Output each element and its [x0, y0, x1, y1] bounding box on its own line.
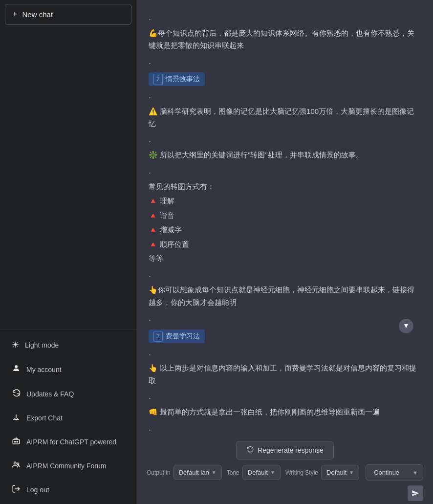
- writing-style-label: Writing Style: [285, 469, 318, 476]
- msg-etc: 等等: [149, 252, 421, 265]
- dot-7: .: [149, 310, 421, 326]
- sidebar-item-label: Log out: [26, 486, 49, 494]
- msg-method-add-words: 🔺 增减字: [149, 223, 421, 236]
- sidebar-item-community[interactable]: AIPRM Community Forum: [4, 454, 132, 477]
- section-3-header: 3 费曼学习法: [149, 329, 421, 343]
- regenerate-label: Regenerate response: [258, 446, 324, 454]
- sidebar-item-label: Light mode: [25, 341, 59, 349]
- new-chat-label: New chat: [22, 10, 53, 19]
- msg-method-order: 🔺 顺序位置: [149, 238, 421, 251]
- msg-brain-science: ⚠️ 脑科学研究表明，图像的记忆是比大脑记忆强100万倍，大脑更擅长的是图像记忆: [149, 105, 421, 130]
- output-label: Output in: [147, 469, 171, 476]
- sidebar-item-label: My account: [26, 366, 62, 373]
- dot-3: .: [149, 88, 421, 103]
- msg-method-phonetic: 🔺 谐音: [149, 209, 421, 222]
- msg-redraw: 👊 最简单的方式就是拿出一张白纸，把你刚刚画的思维导图重新画一遍: [149, 406, 421, 418]
- sidebar-item-label: Updates & FAQ: [26, 390, 74, 398]
- dot-9: .: [149, 389, 421, 404]
- svg-point-0: [15, 365, 18, 368]
- tone-chevron-icon: ▼: [270, 470, 275, 475]
- refresh-icon: [12, 389, 21, 399]
- sidebar-item-updates-faq[interactable]: Updates & FAQ: [4, 382, 132, 405]
- sidebar-item-label: AIPRM for ChatGPT powered: [26, 438, 116, 446]
- tone-select[interactable]: Default ▼: [242, 465, 281, 480]
- svg-point-4: [14, 462, 17, 464]
- regenerate-button[interactable]: Regenerate response: [236, 441, 334, 460]
- community-icon: [12, 460, 21, 471]
- chat-area[interactable]: . 💪每个知识点的背后，都是庞大的知识体系网络。有你熟悉的，也有你不熟悉，关键就…: [137, 0, 433, 436]
- svg-point-3: [17, 441, 18, 442]
- dot-4: .: [149, 132, 421, 147]
- writing-style-select-group: Writing Style Default ▼: [285, 465, 359, 480]
- sidebar: + New chat ☀ Light mode My account Updat…: [0, 0, 137, 504]
- sidebar-item-label: AIPRM Community Forum: [26, 462, 106, 470]
- tone-select-group: Tone Default ▼: [227, 465, 281, 480]
- writing-style-chevron-icon: ▼: [349, 470, 354, 475]
- msg-method-understand: 🔺 理解: [149, 195, 421, 207]
- msg-feynman-input: 👆 以上两步是对信息内容的输入和加工，而费曼学习法就是对信息内容的复习和提取: [149, 362, 421, 387]
- continue-dropdown-button[interactable]: ▼: [408, 466, 423, 480]
- output-chevron-icon: ▼: [212, 470, 216, 475]
- msg-knowledge-network: 💪每个知识点的背后，都是庞大的知识体系网络。有你熟悉的，也有你不熟悉，关键就是把…: [149, 27, 421, 52]
- user-icon: [12, 364, 21, 375]
- regenerate-icon: [246, 446, 254, 455]
- section-2-header: 2 情景故事法: [149, 72, 421, 86]
- chat-message: . 💪每个知识点的背后，都是庞大的知识体系网络。有你熟悉的，也有你不熟悉，关键就…: [149, 10, 421, 436]
- continue-button[interactable]: Continue: [366, 465, 407, 480]
- controls-row: Output in Default lan ▼ Tone Default ▼ W…: [147, 464, 423, 481]
- svg-point-5: [17, 463, 19, 465]
- svg-point-2: [15, 441, 16, 442]
- dot-5: .: [149, 163, 421, 178]
- sidebar-bottom: ☀ Light mode My account Updates & FAQ Ex…: [0, 329, 136, 504]
- robot-icon: [12, 437, 21, 447]
- sidebar-item-logout[interactable]: Log out: [4, 478, 132, 501]
- tone-value: Default: [248, 469, 268, 476]
- dot-10: .: [149, 420, 421, 436]
- sidebar-item-label: Export Chat: [26, 414, 63, 422]
- dot-1: .: [149, 10, 421, 25]
- plus-icon: +: [12, 9, 18, 20]
- svg-rect-1: [13, 439, 20, 444]
- dot-6: .: [149, 267, 421, 282]
- sidebar-item-my-account[interactable]: My account: [4, 357, 132, 381]
- dot-8: .: [149, 345, 421, 360]
- scroll-down-button[interactable]: ▼: [399, 319, 413, 333]
- bottom-controls: Regenerate response Output in Default la…: [137, 436, 433, 504]
- send-area: [147, 485, 423, 501]
- sidebar-item-aiprm[interactable]: AIPRM for ChatGPT powered: [4, 430, 132, 453]
- download-icon: [12, 413, 21, 423]
- writing-style-value: Default: [326, 469, 346, 476]
- sidebar-item-export-chat[interactable]: Export Chat: [4, 406, 132, 429]
- main-content: . 💪每个知识点的背后，都是庞大的知识体系网络。有你熟悉的，也有你不熟悉，关键就…: [137, 0, 433, 504]
- send-button[interactable]: [408, 485, 423, 501]
- output-select[interactable]: Default lan ▼: [173, 465, 222, 480]
- dot-2: .: [149, 54, 421, 69]
- msg-keyword-image: ❇️ 所以把大纲里的关键词进行"转图"处理，并串联成情景的故事。: [149, 149, 421, 161]
- output-value: Default lan: [179, 469, 209, 476]
- logout-icon: [12, 484, 21, 495]
- new-chat-button[interactable]: + New chat: [5, 4, 131, 25]
- tone-label: Tone: [227, 469, 239, 476]
- msg-neurons: 👆你可以想象成每个知识点就是神经元细胞，神经元细胞之间要串联起来，链接得越多，你…: [149, 284, 421, 308]
- sidebar-item-light-mode[interactable]: ☀ Light mode: [4, 333, 132, 356]
- msg-common-methods: 常见的转图方式有：: [149, 180, 421, 193]
- sun-icon: ☀: [12, 340, 19, 350]
- output-select-group: Output in Default lan ▼: [147, 465, 222, 480]
- continue-button-group: Continue ▼: [366, 464, 423, 481]
- writing-style-select[interactable]: Default ▼: [321, 465, 359, 480]
